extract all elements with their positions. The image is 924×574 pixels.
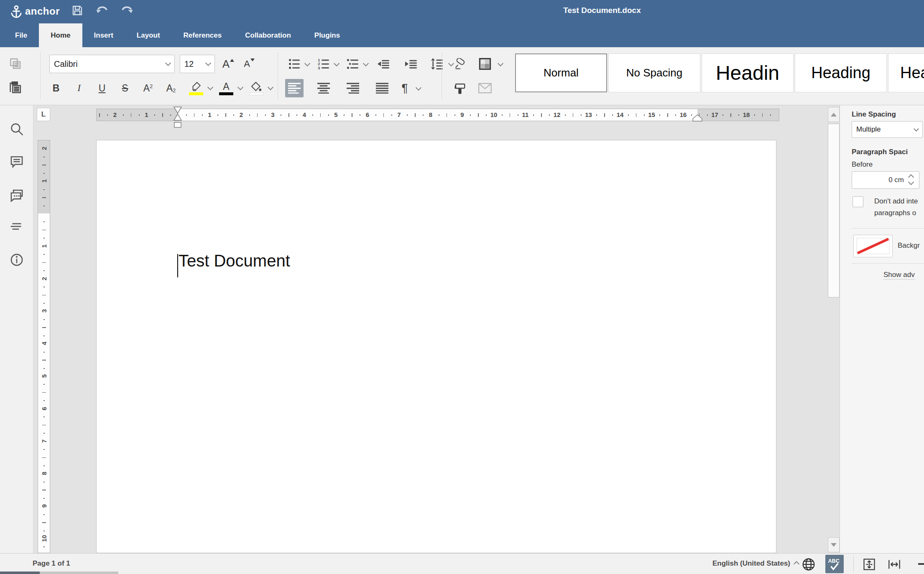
ruler-tick xyxy=(43,400,45,401)
highlight-color-dropdown[interactable] xyxy=(207,84,213,90)
line-spacing-button[interactable] xyxy=(428,55,447,73)
language-caret-icon[interactable] xyxy=(794,561,799,567)
copy-button[interactable] xyxy=(7,56,23,72)
line-spacing-select[interactable]: Multiple xyxy=(852,121,923,138)
numbering-button[interactable]: 123 xyxy=(314,55,333,73)
about-icon[interactable] xyxy=(7,250,27,270)
scrollbar-thumb[interactable] xyxy=(828,124,840,297)
increase-indent-button[interactable] xyxy=(402,55,421,73)
ruler-tick xyxy=(43,352,45,353)
chat-icon[interactable] xyxy=(7,185,27,205)
multilevel-list-dropdown[interactable] xyxy=(363,61,369,66)
align-right-button[interactable] xyxy=(344,79,362,97)
tab-stop-selector[interactable]: L xyxy=(37,108,50,121)
ruler-tick xyxy=(730,113,731,117)
fit-to-page-button[interactable] xyxy=(861,556,877,572)
multilevel-list-button[interactable] xyxy=(344,55,362,73)
background-color-swatch[interactable] xyxy=(853,235,893,257)
right-indent-marker[interactable] xyxy=(692,114,702,122)
bullets-button[interactable] xyxy=(285,55,304,73)
align-center-button[interactable] xyxy=(314,79,333,97)
style-normal[interactable]: Normal xyxy=(515,53,607,92)
ruler-tick xyxy=(360,114,360,116)
mail-merge-button[interactable] xyxy=(476,79,494,97)
tab-layout[interactable]: Layout xyxy=(125,23,172,47)
nonprinting-chars-button[interactable]: ¶ xyxy=(396,79,414,97)
nonprinting-chars-dropdown[interactable] xyxy=(416,85,421,91)
italic-button[interactable]: I xyxy=(70,79,88,97)
bottom-scroll-strip-dark xyxy=(0,571,40,574)
page-count-label[interactable]: Page 1 of 1 xyxy=(33,559,70,568)
fit-to-width-button[interactable] xyxy=(886,556,902,572)
ruler-tick xyxy=(43,238,45,239)
align-left-button[interactable] xyxy=(285,79,304,97)
font-color-button[interactable]: A xyxy=(217,79,236,97)
search-icon[interactable] xyxy=(7,119,27,139)
scroll-down-button[interactable] xyxy=(828,537,840,552)
shading-dropdown[interactable] xyxy=(268,84,273,90)
ruler-tick xyxy=(659,114,660,116)
undo-button[interactable] xyxy=(95,4,110,19)
tab-collaboration[interactable]: Collaboration xyxy=(233,23,303,47)
style-heading[interactable]: Heading xyxy=(795,53,887,92)
comments-icon[interactable] xyxy=(7,152,27,172)
ruler-tick xyxy=(352,113,352,117)
tab-home[interactable]: Home xyxy=(39,23,82,47)
tab-insert[interactable]: Insert xyxy=(82,23,125,47)
bold-button[interactable]: B xyxy=(47,79,65,97)
document-language-selector[interactable]: English (United States) xyxy=(712,559,790,568)
ruler-tick xyxy=(42,165,46,165)
ruler-tick: 6 xyxy=(366,109,369,121)
redo-button[interactable] xyxy=(120,4,135,19)
dont-add-interval-checkbox[interactable] xyxy=(853,196,863,207)
zoom-out-button[interactable] xyxy=(918,563,924,565)
set-language-globe-button[interactable] xyxy=(801,557,816,572)
scroll-up-button[interactable] xyxy=(828,107,840,122)
style-headin[interactable]: Headin xyxy=(702,53,794,92)
ruler-tick xyxy=(454,114,455,116)
spacing-before-spinner[interactable]: 0 cm xyxy=(852,171,919,189)
ruler-tick xyxy=(328,114,329,116)
increase-font-size-button[interactable]: A xyxy=(219,55,237,73)
underline-button[interactable]: U xyxy=(93,79,111,97)
spell-checking-button[interactable]: ABC xyxy=(825,555,844,573)
ruler-tick: 6 xyxy=(41,403,48,414)
font-color-dropdown[interactable] xyxy=(237,84,243,90)
spinner-down-icon[interactable] xyxy=(908,179,914,185)
copy-style-button[interactable] xyxy=(451,79,469,97)
ruler-tick xyxy=(43,384,45,385)
table-shading-button[interactable] xyxy=(476,55,494,73)
clear-style-button[interactable] xyxy=(451,55,469,73)
superscript-button[interactable]: A2 xyxy=(139,79,157,97)
numbering-dropdown[interactable] xyxy=(334,61,339,66)
ruler-tick xyxy=(202,114,203,116)
ruler-tick: 1 xyxy=(208,109,211,121)
strikeout-button[interactable]: S xyxy=(116,79,134,97)
table-shading-dropdown[interactable] xyxy=(498,61,503,66)
bullets-dropdown[interactable] xyxy=(304,61,310,66)
tab-references[interactable]: References xyxy=(172,23,234,47)
ruler-tick xyxy=(162,113,163,117)
document-page[interactable]: Test Document xyxy=(96,140,776,553)
decrease-font-size-button[interactable]: A xyxy=(240,55,258,73)
ruler-tick xyxy=(194,113,195,117)
ruler-tick xyxy=(131,113,132,117)
indent-markers[interactable] xyxy=(172,107,183,128)
style-no-spacing[interactable]: No Spacing xyxy=(608,53,700,92)
font-name-select[interactable]: Calibri xyxy=(49,55,175,73)
show-advanced-settings-link[interactable]: Show adv xyxy=(883,271,915,279)
style-hea[interactable]: Hea xyxy=(888,53,924,92)
paste-button[interactable] xyxy=(7,79,23,96)
highlight-color-button[interactable] xyxy=(186,79,206,97)
justify-button[interactable] xyxy=(373,79,391,97)
save-button[interactable] xyxy=(71,4,86,19)
tab-plugins[interactable]: Plugins xyxy=(303,23,352,47)
subscript-button[interactable]: A2 xyxy=(162,79,180,97)
font-size-select[interactable]: 12 xyxy=(180,55,215,73)
navigation-icon[interactable] xyxy=(7,216,27,236)
tab-file[interactable]: File xyxy=(3,23,39,47)
shading-button[interactable] xyxy=(247,79,266,97)
background-color-label: Backgr xyxy=(898,241,920,250)
decrease-indent-button[interactable] xyxy=(375,55,393,73)
ruler-tick xyxy=(43,465,45,466)
